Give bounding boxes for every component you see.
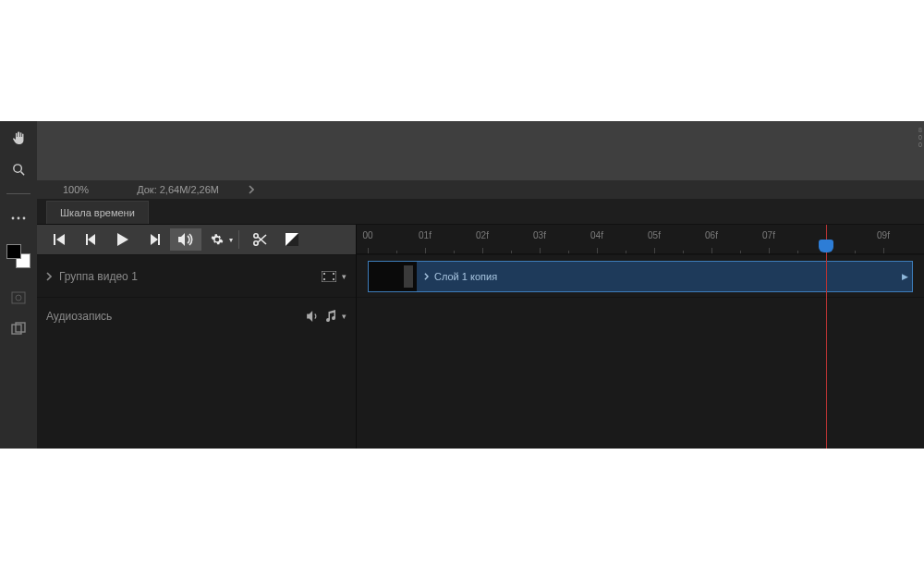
tools-palette <box>0 121 37 449</box>
video-clip[interactable]: Слой 1 копия ▶ <box>368 261 913 292</box>
clip-label: Слой 1 копия <box>434 271 497 282</box>
artboards-icon[interactable] <box>7 318 30 340</box>
timeline-area[interactable]: 0001f02f03f04f05f06f07f09f Слой 1 копия … <box>357 225 924 449</box>
audio-track-row[interactable]: Аудиозапись ▾ <box>37 297 356 334</box>
music-note-icon[interactable] <box>325 310 336 323</box>
svg-point-3 <box>23 217 26 220</box>
ruler-tick-label: 01f <box>419 230 432 240</box>
panel-tab-bar: Шкала времени <box>37 199 924 225</box>
play-button[interactable] <box>107 228 139 251</box>
svg-point-2 <box>18 217 20 220</box>
video-track[interactable]: Слой 1 копия ▶ <box>357 254 924 297</box>
separator <box>6 193 30 194</box>
time-ruler[interactable]: 0001f02f03f04f05f06f07f09f <box>357 225 924 254</box>
playhead-handle[interactable] <box>819 240 833 252</box>
mask-icon[interactable] <box>7 287 30 309</box>
svg-rect-4 <box>12 292 25 303</box>
chevron-right-icon[interactable] <box>249 185 254 194</box>
dropdown-caret-icon[interactable]: ▾ <box>342 312 346 321</box>
svg-point-5 <box>16 295 21 301</box>
speaker-icon[interactable] <box>307 311 320 322</box>
settings-button[interactable] <box>201 228 233 251</box>
split-button[interactable] <box>245 228 276 251</box>
dropdown-caret-icon[interactable]: ▾ <box>229 236 233 244</box>
svg-rect-18 <box>333 278 334 280</box>
go-to-start-button[interactable] <box>44 228 76 251</box>
playhead[interactable] <box>826 225 827 449</box>
ruler-tick-label: 06f <box>705 230 718 240</box>
canvas-area[interactable]: 8 0 0 <box>37 121 924 180</box>
layers-column: ▾ Группа видео 1 ▾ <box>37 225 357 449</box>
ruler-tick-label: 00 <box>362 230 372 240</box>
svg-rect-14 <box>322 271 336 282</box>
step-back-button[interactable] <box>76 228 107 251</box>
separator <box>238 230 239 249</box>
ruler-tick-label: 02f <box>476 230 489 240</box>
foreground-swatch[interactable] <box>6 244 21 259</box>
chevron-right-icon[interactable] <box>46 272 52 281</box>
clip-thumbnail <box>369 262 417 291</box>
app-screen: 8 0 0 100% Док: 2,64M/2,26M Шкала времен… <box>0 121 924 449</box>
svg-rect-8 <box>54 234 55 245</box>
zoom-level[interactable]: 100% <box>63 184 89 195</box>
filmstrip-icon[interactable] <box>322 271 336 282</box>
info-bar: 100% Док: 2,64M/2,26M <box>37 180 924 199</box>
group-name: Группа видео 1 <box>59 270 322 283</box>
chevron-right-icon[interactable] <box>424 273 429 280</box>
doc-size: Док: 2,64M/2,26M <box>137 184 219 195</box>
svg-rect-9 <box>86 234 88 245</box>
audio-track-lane[interactable] <box>357 297 924 334</box>
timeline-panel: ▾ Группа видео 1 ▾ <box>37 225 924 449</box>
ruler-tick-label: 05f <box>648 230 661 240</box>
ruler-tick-label: 07f <box>762 230 775 240</box>
svg-point-0 <box>13 164 20 172</box>
dropdown-caret-icon[interactable]: ▾ <box>342 272 346 281</box>
audio-track-label: Аудиозапись <box>46 310 307 323</box>
tab-timeline[interactable]: Шкала времени <box>46 201 149 224</box>
svg-point-1 <box>12 217 15 220</box>
color-swatches[interactable] <box>6 244 30 268</box>
vertical-ruler-marks: 8 0 0 <box>917 127 924 149</box>
ruler-tick-label: 04f <box>590 230 603 240</box>
hand-tool-icon[interactable] <box>7 127 30 149</box>
ruler-tick-label: 09f <box>877 230 890 240</box>
svg-rect-10 <box>158 234 160 245</box>
ellipsis-icon[interactable] <box>7 207 30 229</box>
step-forward-button[interactable] <box>139 228 170 251</box>
video-group-row[interactable]: Группа видео 1 ▾ <box>37 254 356 297</box>
ruler-tick-label: 03f <box>533 230 546 240</box>
svg-rect-17 <box>333 273 334 275</box>
zoom-tool-icon[interactable] <box>7 158 30 180</box>
audio-toggle-button[interactable] <box>170 228 201 251</box>
clip-end-handle-icon[interactable]: ▶ <box>902 272 908 281</box>
transition-button[interactable] <box>276 228 308 251</box>
svg-rect-15 <box>323 273 325 275</box>
playback-controls: ▾ <box>37 225 356 254</box>
svg-rect-16 <box>323 278 325 280</box>
